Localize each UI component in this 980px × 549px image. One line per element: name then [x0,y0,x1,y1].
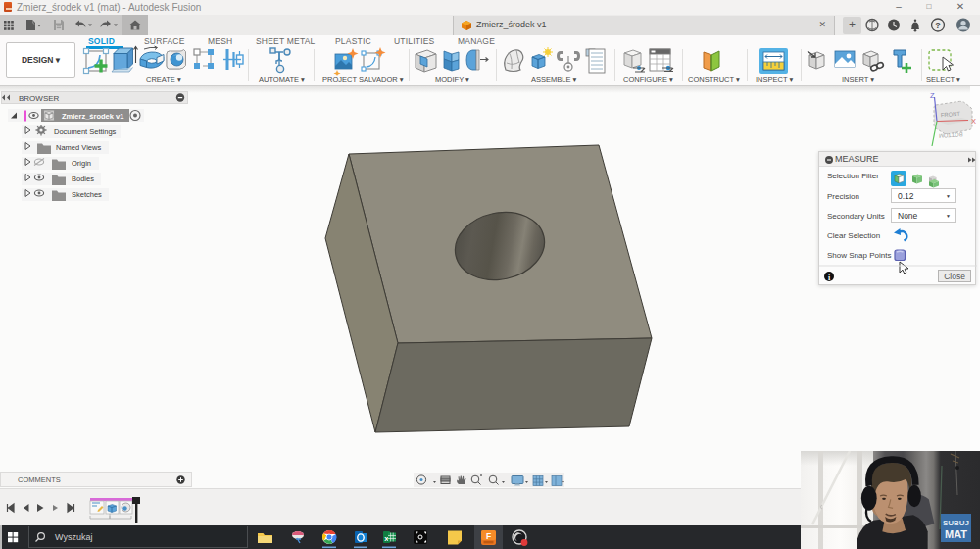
svg-text:F: F [486,531,491,541]
svg-text:X: X [971,117,976,125]
svg-text:Close: Close [944,272,965,281]
svg-text:SUBUJ: SUBUJ [943,519,969,527]
svg-text:BOTTOM: BOTTOM [939,131,963,138]
svg-text:?: ? [935,21,941,30]
svg-text:MAT: MAT [945,528,967,540]
svg-text:Wyszukaj: Wyszukaj [55,532,92,542]
svg-text:Z: Z [930,91,935,100]
